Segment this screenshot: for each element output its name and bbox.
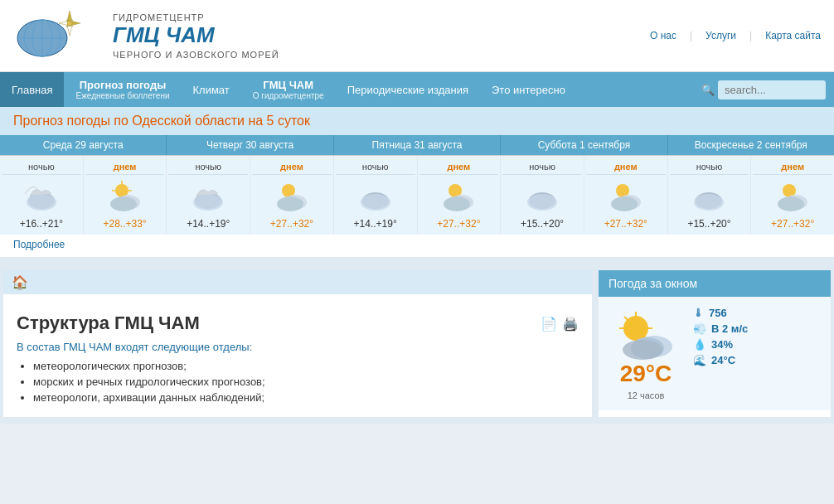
page-title: Прогноз погоды по Одесской области на 5 … [13, 114, 821, 128]
svg-point-26 [361, 194, 390, 211]
period-1: днем +28..+33° [84, 156, 167, 235]
nav-forecast[interactable]: Прогноз погоды Ежедневные бюллетени [64, 72, 181, 107]
forecast-periods: ночью +16..+21° днем [0, 156, 834, 235]
period-5: днем +27..+32° [418, 156, 502, 235]
list-item: метеорологи, архивации данных наблюдений… [33, 391, 579, 404]
weather-temp: 29°C [620, 361, 672, 387]
nav-about[interactable]: О нас [650, 30, 676, 41]
nav-gmts[interactable]: ГМЦ ЧАМ О гидрометцентре [241, 72, 336, 107]
weather-time: 12 часов [628, 390, 665, 400]
list-item: метеорологических прогнозов; [33, 360, 579, 372]
forecast-day-4: Воскресенье 2 сентября [668, 135, 834, 155]
svg-point-36 [694, 194, 724, 211]
weather-widget-title: Погода за окном [599, 270, 831, 297]
site-logo [13, 7, 96, 65]
weather-icon-3 [252, 175, 332, 216]
nav-sitemap[interactable]: Карта сайта [765, 30, 821, 41]
svg-line-45 [624, 317, 628, 320]
more-anchor[interactable]: Подробнее [13, 239, 65, 250]
content-body: Структура ГМЦ ЧАМ 📄 🖨️ В состав ГМЦ ЧАМ … [3, 303, 592, 417]
nav-climate[interactable]: Климат [182, 72, 241, 107]
nav-publications[interactable]: Периодические издания [336, 72, 480, 107]
pressure-stat: 🌡 756 [693, 307, 821, 319]
svg-point-24 [277, 196, 303, 211]
search-container: 🔍 [693, 72, 834, 107]
forecast-day-0: Среда 29 августа [0, 135, 167, 155]
forecast-days: Среда 29 августа Четверг 30 августа Пятн… [0, 135, 834, 156]
svg-point-29 [444, 196, 470, 211]
weather-icon-7 [586, 175, 666, 216]
forecast-day-2: Пятница 31 августа [334, 135, 501, 155]
weather-widget-body: 29°C 12 часов 🌡 756 💨 В 2 м/с 💧 34% [599, 297, 831, 410]
header-nav-top: О нас | Услуги | Карта сайта [650, 30, 821, 41]
pressure-icon: 🌡 [693, 307, 704, 319]
weather-icon-1 [85, 175, 165, 216]
header: ГИДРОМЕТЦЕНТР ГМЦ ЧАМ ЧЕРНОГО И АЗОВСКОГ… [0, 0, 834, 257]
search-input[interactable] [718, 80, 826, 99]
left-panel: 🏠 Структура ГМЦ ЧАМ 📄 🖨️ В состав ГМЦ ЧА… [3, 270, 592, 417]
svg-point-12 [27, 194, 56, 211]
weather-icon-big: 29°C 12 часов [609, 307, 683, 400]
water-temp-icon: 🌊 [693, 354, 706, 366]
svg-point-10 [67, 21, 72, 26]
weather-icon-8 [670, 175, 749, 216]
page-title-bar: Прогноз погоды по Одесской области на 5 … [0, 107, 834, 135]
period-9: днем +27..+32° [751, 156, 834, 235]
wind-icon: 💨 [693, 322, 706, 335]
period-7: днем +27..+32° [584, 156, 668, 235]
nav-services[interactable]: Услуги [706, 30, 736, 41]
nav-interesting[interactable]: Это интересно [480, 72, 577, 107]
list-item: морских и речных гидрологических прогноз… [33, 376, 579, 388]
navbar: Главная Прогноз погоды Ежедневные бюллет… [0, 72, 834, 107]
period-6: ночью +15..+20° [501, 156, 584, 235]
forecast-section: Среда 29 августа Четверг 30 августа Пятн… [0, 135, 834, 257]
svg-point-31 [527, 194, 557, 211]
breadcrumb-bar: 🏠 [3, 270, 592, 294]
header-subtitle: ЧЕРНОГО И АЗОВСКОГО МОРЕЙ [113, 50, 650, 60]
search-icon: 🔍 [701, 84, 715, 96]
forecast-day-3: Суббота 1 сентября [501, 135, 667, 155]
header-title: ГМЦ ЧАМ [113, 22, 650, 48]
content-actions: 📄 🖨️ [541, 316, 579, 332]
period-4: ночью +14..+19° [334, 156, 418, 235]
svg-point-34 [611, 196, 638, 211]
period-8: ночью +15..+20° [668, 156, 752, 235]
humidity-stat: 💧 34% [693, 338, 821, 351]
period-2: ночью +14..+19° [167, 156, 250, 235]
header-top-label: ГИДРОМЕТЦЕНТР [113, 12, 650, 22]
svg-point-19 [110, 196, 137, 211]
water-temp-stat: 🌊 24°C [693, 354, 821, 366]
content-title: Структура ГМЦ ЧАМ [17, 313, 200, 334]
weather-widget: Погода за окном 29°C 12 часов [599, 270, 831, 417]
weather-icon-4 [336, 175, 415, 216]
wind-stat: 💨 В 2 м/с [693, 322, 821, 335]
weather-icon-0 [2, 175, 81, 216]
svg-point-39 [778, 196, 804, 211]
svg-point-21 [193, 194, 223, 211]
weather-stats: 🌡 756 💨 В 2 м/с 💧 34% 🌊 24°C [693, 307, 821, 370]
nav-home[interactable]: Главная [0, 72, 64, 107]
weather-icon-2 [168, 175, 248, 216]
period-3: днем +27..+32° [250, 156, 334, 235]
print-icon[interactable]: 🖨️ [562, 316, 579, 332]
forecast-day-1: Четверг 30 августа [167, 135, 333, 155]
humidity-icon: 💧 [693, 338, 706, 351]
more-link: Подробнее [0, 235, 834, 257]
weather-icon-9 [753, 175, 832, 216]
document-icon[interactable]: 📄 [541, 316, 557, 332]
svg-point-49 [623, 340, 662, 360]
weather-icon-5 [419, 175, 499, 216]
home-icon: 🏠 [12, 274, 28, 290]
content-intro: В состав ГМЦ ЧАМ входят следующие отделы… [17, 341, 579, 353]
weather-icon-6 [502, 175, 582, 216]
header-text-block: ГИДРОМЕТЦЕНТР ГМЦ ЧАМ ЧЕРНОГО И АЗОВСКОГ… [113, 12, 650, 60]
content-list: метеорологических прогнозов; морских и р… [17, 360, 579, 404]
period-0: ночью +16..+21° [0, 156, 84, 235]
bottom-section: 🏠 Структура ГМЦ ЧАМ 📄 🖨️ В состав ГМЦ ЧА… [0, 264, 834, 424]
divider [0, 257, 834, 264]
